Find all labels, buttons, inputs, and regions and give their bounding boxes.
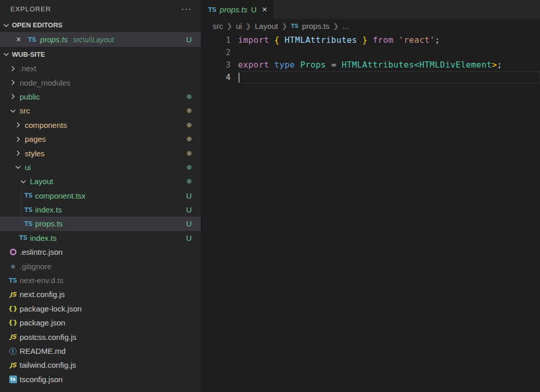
- tree-file-postcss.config.js[interactable]: JSpostcss.config.js: [0, 330, 201, 344]
- breadcrumbs: src❯ui❯Layout❯TSprops.ts❯...: [202, 19, 540, 32]
- text-cursor: [239, 73, 240, 83]
- tree-folder-node_modules[interactable]: node_modules: [0, 75, 201, 89]
- tree-folder-pages[interactable]: pages: [0, 132, 201, 146]
- tree-item-label: postcss.config.js: [20, 333, 76, 341]
- tree-file-next.config.js[interactable]: JSnext.config.js: [0, 287, 201, 301]
- tree-item-label: package.json: [20, 318, 65, 327]
- chevron-right-icon: [7, 64, 19, 73]
- explorer-sidebar: EXPLORER ··· OPEN EDITORS ✕ TS props.ts …: [0, 0, 201, 392]
- indent-guide: [21, 203, 22, 217]
- chevron-down-icon: [2, 21, 11, 29]
- tree-item-label: props.ts: [35, 219, 62, 228]
- git-untracked-badge: U: [186, 219, 192, 228]
- chevron-down-icon: [7, 107, 19, 115]
- tree-file-props.ts[interactable]: TSprops.tsU: [0, 217, 201, 231]
- tree-file-tsconfig.json[interactable]: tstsconfig.json: [0, 372, 201, 386]
- tree-item-label: tsconfig.json: [20, 375, 62, 384]
- git-status-dot: [187, 94, 192, 99]
- breadcrumb-separator-icon: ❯: [227, 22, 232, 30]
- breadcrumb-item--[interactable]: ...: [342, 22, 349, 30]
- indent-guide: [21, 217, 22, 231]
- javascript-icon: JS: [10, 333, 16, 340]
- open-editor-filename: props.ts: [40, 35, 68, 44]
- breadcrumb-item-Layout[interactable]: Layout: [255, 22, 278, 30]
- tree-item-label: .next: [20, 64, 37, 73]
- breadcrumb-separator-icon: ❯: [333, 22, 339, 30]
- tree-folder-.next[interactable]: .next: [0, 61, 201, 75]
- tree-item-label: .eslintrc.json: [20, 248, 62, 256]
- git-untracked-badge: U: [186, 234, 192, 242]
- chevron-down-icon: [12, 163, 24, 171]
- tree-file-tailwind.config.js[interactable]: JStailwind.config.js: [0, 358, 201, 372]
- chevron-right-icon: [12, 121, 24, 129]
- code-editor[interactable]: 1234 import { HTMLAttributes } from 'rea…: [202, 32, 540, 392]
- breadcrumb-separator-icon: ❯: [282, 22, 288, 30]
- tree-file-package-lock.json[interactable]: {}package-lock.json: [0, 302, 201, 316]
- tab-label: props.ts: [220, 5, 247, 14]
- indent-guide: [21, 189, 22, 203]
- git-untracked-badge: U: [186, 205, 192, 214]
- open-editors-section-header[interactable]: OPEN EDITORS: [0, 18, 201, 32]
- code-lines: import { HTMLAttributes } from 'react';e…: [238, 34, 540, 84]
- breadcrumb-item-ui[interactable]: ui: [236, 22, 242, 30]
- open-editors-label: OPEN EDITORS: [12, 21, 62, 29]
- chevron-right-icon: [7, 78, 19, 87]
- chevron-down-icon: [18, 177, 29, 186]
- tab-bar: TS props.ts U ✕: [202, 0, 540, 19]
- tree-item-label: tailwind.config.js: [20, 361, 76, 369]
- tree-item-label: README.md: [20, 347, 66, 355]
- tree-item-label: src: [20, 106, 30, 115]
- tree-file-next-env.d.ts[interactable]: TSnext-env.d.ts: [0, 273, 201, 287]
- sidebar-pane-header: EXPLORER ···: [0, 0, 201, 18]
- git-status-dot: [187, 123, 192, 127]
- code-line-2: [238, 46, 540, 59]
- line-number: 4: [202, 71, 231, 84]
- tree-file-package.json[interactable]: {}package.json: [0, 316, 201, 330]
- tab-props-ts[interactable]: TS props.ts U ✕: [202, 0, 274, 19]
- tree-item-label: components: [25, 121, 67, 129]
- more-actions-icon[interactable]: ···: [181, 7, 192, 12]
- open-editor-item-props-ts[interactable]: ✕ TS props.ts src\ui\Layout U: [0, 32, 201, 47]
- code-line-4: [238, 71, 540, 84]
- workspace-label: WUB-SITE: [12, 51, 45, 58]
- line-number-gutter: 1234: [202, 34, 231, 84]
- info-icon: i: [9, 348, 17, 355]
- tree-item-label: package-lock.json: [20, 304, 82, 313]
- chevron-right-icon: [12, 135, 24, 143]
- typescript-icon: TS: [208, 6, 216, 13]
- chevron-right-icon: [7, 92, 19, 101]
- tree-file-component.tsx[interactable]: TScomponent.tsxU: [0, 189, 201, 203]
- breadcrumb-item-src[interactable]: src: [213, 22, 223, 30]
- tree-file-index.ts[interactable]: TSindex.tsU: [0, 203, 201, 217]
- javascript-icon: JS: [10, 362, 16, 369]
- typescript-icon: TS: [28, 36, 36, 43]
- tree-item-label: next.config.js: [20, 290, 65, 299]
- tree-folder-public[interactable]: public: [0, 90, 201, 104]
- open-editor-path: src\ui\Layout: [73, 36, 114, 44]
- close-icon[interactable]: ✕: [14, 36, 23, 43]
- tree-item-label: ui: [25, 163, 31, 172]
- line-number: 1: [202, 34, 231, 46]
- git-status-dot: [187, 179, 192, 184]
- tree-item-label: index.ts: [35, 205, 62, 214]
- code-line-3: export type Props = HTMLAttributes<HTMLD…: [238, 59, 540, 71]
- json-braces-icon: {}: [8, 305, 18, 313]
- tree-folder-styles[interactable]: styles: [0, 146, 201, 160]
- tree-folder-src[interactable]: src: [0, 104, 201, 118]
- breadcrumb-item-props-ts[interactable]: props.ts: [302, 22, 329, 30]
- file-tree: .nextnode_modulespublicsrccomponentspage…: [0, 61, 201, 386]
- close-icon[interactable]: ✕: [262, 6, 267, 13]
- tree-item-label: pages: [25, 135, 46, 143]
- tree-folder-Layout[interactable]: Layout: [0, 174, 201, 188]
- tree-folder-ui[interactable]: ui: [0, 160, 201, 174]
- tree-item-label: node_modules: [20, 78, 70, 87]
- code-line-1: import { HTMLAttributes } from 'react';: [238, 34, 540, 46]
- tree-file-README.md[interactable]: iREADME.md: [0, 344, 201, 358]
- tree-file-index.ts[interactable]: TSindex.tsU: [0, 231, 201, 245]
- workspace-section-header[interactable]: WUB-SITE: [0, 47, 201, 61]
- tree-folder-components[interactable]: components: [0, 118, 201, 132]
- tree-file-.gitignore[interactable]: ◆.gitignore: [0, 259, 201, 273]
- tree-item-label: next-env.d.ts: [20, 276, 63, 285]
- tree-file-.eslintrc.json[interactable]: .eslintrc.json: [0, 245, 201, 259]
- tree-item-label: public: [20, 92, 40, 101]
